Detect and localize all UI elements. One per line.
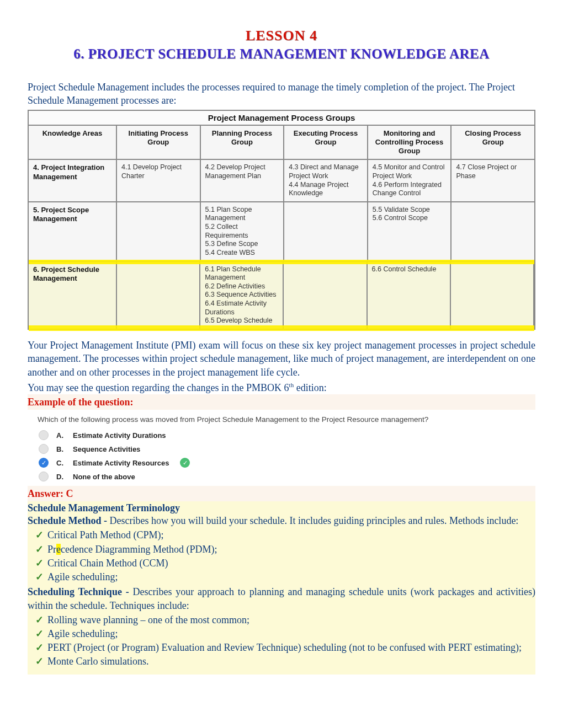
- process-cell: 4.2 Develop Project Management Plan: [201, 160, 285, 201]
- list-item: Agile scheduling;: [35, 627, 535, 641]
- list-item: Precedence Diagramming Method (PDM);: [35, 543, 535, 556]
- option-row[interactable]: ✓C.Estimate Activity Resources✓: [39, 458, 535, 468]
- question-options: A.Estimate Activity DurationsB.Sequence …: [39, 430, 535, 481]
- table-row: 4. Project Integration Management4.1 Dev…: [29, 160, 534, 202]
- list-item: PERT (Project (or Program) Evaluation an…: [35, 641, 535, 655]
- process-cell: [284, 202, 368, 261]
- option-text: None of the above: [73, 473, 135, 481]
- radio-empty-icon[interactable]: [39, 472, 49, 481]
- lesson-number-title: LESSON 4: [28, 28, 535, 44]
- exam-focus-paragraph: Your Project Management Institute (PMI) …: [28, 339, 535, 379]
- terminology-heading: Schedule Management Terminology: [28, 502, 535, 514]
- section-title: 6. PROJECT SCHEDULE MANAGEMENT KNOWLEDGE…: [28, 46, 535, 62]
- list-item: Critical Path Method (CPM);: [35, 528, 535, 542]
- table-row: 6. Project Schedule Management6.1 Plan S…: [29, 262, 534, 329]
- process-cell: 6.1 Plan Schedule Management 6.2 Define …: [200, 262, 284, 329]
- list-item: Monte Carlo simulations.: [35, 655, 535, 668]
- terminology-block: Schedule Management Terminology Schedule…: [28, 501, 535, 674]
- table-header-row: Knowledge Areas Initiating Process Group…: [29, 126, 534, 160]
- table-caption: Project Management Process Groups: [29, 111, 534, 126]
- radio-empty-icon[interactable]: [39, 430, 49, 440]
- example-question-label-band: Example of the question:: [28, 394, 535, 410]
- intro-paragraph: Project Schedule Management includes the…: [28, 81, 535, 108]
- correct-badge-icon: ✓: [180, 458, 190, 468]
- option-row[interactable]: A.Estimate Activity Durations: [39, 430, 535, 440]
- knowledge-areas-header: Knowledge Areas: [29, 126, 117, 159]
- option-letter: A.: [56, 431, 65, 440]
- list-item: Rolling wave planning – one of the most …: [35, 613, 535, 627]
- process-cell: [117, 262, 200, 329]
- pmbok-edition-line: You may see the question regarding the c…: [28, 381, 535, 394]
- process-cell: [451, 262, 534, 329]
- option-text: Sequence Activities: [73, 445, 140, 453]
- table-row: 5. Project Scope Management5.1 Plan Scop…: [29, 202, 534, 262]
- answer-band: Answer: C: [28, 486, 535, 501]
- option-letter: C.: [56, 459, 65, 467]
- list-item: Agile scheduling;: [35, 570, 535, 584]
- knowledge-area-cell: 5. Project Scope Management: [29, 202, 117, 261]
- col-initiating: Initiating Process Group: [117, 126, 201, 159]
- option-letter: B.: [56, 445, 65, 453]
- process-cell: 5.1 Plan Scope Management 5.2 Collect Re…: [201, 202, 285, 261]
- highlight-char: e: [56, 544, 61, 555]
- process-cell: 4.3 Direct and Manage Project Work 4.4 M…: [284, 160, 368, 201]
- list-item: Critical Chain Method (CCM): [35, 556, 535, 570]
- option-text: Estimate Activity Resources: [73, 459, 169, 467]
- col-planning: Planning Process Group: [201, 126, 285, 159]
- process-cell: 5.5 Validate Scope 5.6 Control Scope: [368, 202, 452, 261]
- knowledge-area-cell: 6. Project Schedule Management: [29, 262, 117, 329]
- answer-label: Answer: C: [28, 488, 73, 499]
- scheduling-technique-list: Rolling wave planning – one of the most …: [35, 613, 535, 669]
- radio-empty-icon[interactable]: [39, 444, 49, 454]
- process-cell: [452, 202, 534, 261]
- process-cell: 4.7 Close Project or Phase: [452, 160, 534, 201]
- option-text: Estimate Activity Durations: [73, 431, 166, 440]
- process-cell: 4.1 Develop Project Charter: [117, 160, 201, 201]
- process-groups-table: Project Management Process Groups Knowle…: [28, 110, 535, 330]
- col-monitoring: Monitoring and Controlling Process Group: [368, 126, 452, 159]
- knowledge-area-cell: 4. Project Integration Management: [29, 160, 117, 201]
- question-text: Which of the following process was moved…: [38, 415, 535, 424]
- option-letter: D.: [56, 473, 65, 481]
- radio-checked-icon[interactable]: ✓: [39, 458, 49, 468]
- col-executing: Executing Process Group: [284, 126, 368, 159]
- schedule-method-list: Critical Path Method (CPM);Precedence Di…: [35, 528, 535, 584]
- col-closing: Closing Process Group: [452, 126, 534, 159]
- example-label: Example of the question:: [28, 397, 134, 408]
- scheduling-technique-paragraph: Scheduling Technique - Describes your ap…: [28, 585, 535, 612]
- process-cell: 4.5 Monitor and Control Project Work 4.6…: [368, 160, 452, 201]
- process-cell: 6.6 Control Schedule: [368, 262, 451, 329]
- process-cell: [117, 202, 201, 261]
- option-row[interactable]: B.Sequence Activities: [39, 444, 535, 454]
- schedule-method-paragraph: Schedule Method - Describes how you will…: [28, 514, 535, 527]
- process-cell: [284, 262, 367, 329]
- option-row[interactable]: D.None of the above: [39, 472, 535, 481]
